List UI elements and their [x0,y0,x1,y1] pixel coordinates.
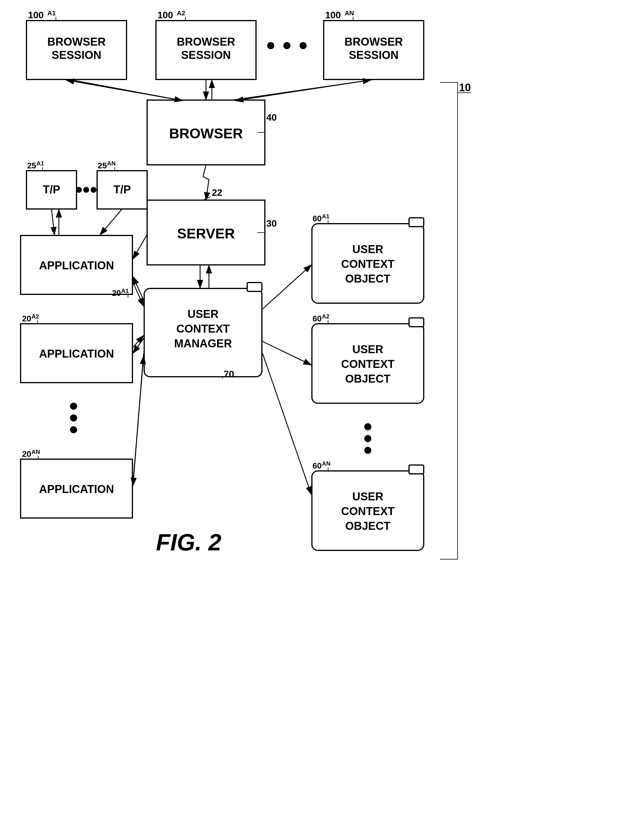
svg-text:BROWSER: BROWSER [177,36,235,48]
svg-text:APPLICATION: APPLICATION [39,259,114,272]
svg-point-50 [91,187,96,193]
svg-text:MANAGER: MANAGER [174,337,232,350]
svg-text:OBJECT: OBJECT [345,520,391,532]
svg-text:USER: USER [352,243,383,256]
svg-line-150 [100,209,122,235]
svg-line-151 [263,265,311,309]
svg-text:AN: AN [107,160,116,167]
svg-text:SESSION: SESSION [349,49,399,61]
svg-text:USER: USER [352,343,383,355]
svg-point-39 [299,42,307,49]
svg-text:FIG. 2: FIG. 2 [156,529,221,556]
svg-point-49 [83,187,89,193]
svg-text:CONTEXT: CONTEXT [176,322,230,335]
svg-text:AN: AN [32,448,40,455]
svg-text:70: 70 [224,369,234,379]
svg-text:20: 20 [112,289,121,298]
svg-text:A2: A2 [177,9,185,17]
svg-text:A2: A2 [322,313,329,320]
svg-text:22: 22 [212,187,222,198]
svg-rect-82 [409,465,424,474]
svg-point-77 [364,447,371,454]
svg-text:AN: AN [345,9,354,17]
svg-text:25: 25 [98,161,107,170]
svg-rect-74 [409,318,424,327]
page-background: BROWSER SESSION BROWSER SESSION BROWSER … [0,0,635,840]
svg-line-143 [133,283,143,306]
svg-text:A1: A1 [36,160,44,167]
svg-line-153 [263,353,311,494]
svg-text:APPLICATION: APPLICATION [39,347,114,360]
svg-line-138 [232,80,371,100]
svg-point-57 [70,426,77,433]
svg-text:100: 100 [28,10,44,20]
svg-text:OBJECT: OBJECT [345,273,391,285]
svg-text:BROWSER: BROWSER [169,126,243,141]
svg-point-38 [284,42,290,49]
svg-text:AN: AN [322,460,331,467]
svg-line-134 [66,80,180,100]
svg-line-142 [133,277,143,300]
svg-text:100: 100 [325,10,341,20]
svg-text:USER: USER [188,308,219,320]
svg-text:20: 20 [22,450,31,459]
svg-text:60: 60 [312,461,321,471]
diagram-svg: BROWSER SESSION BROWSER SESSION BROWSER … [0,0,635,840]
svg-rect-64 [247,283,262,291]
svg-text:40: 40 [266,112,277,123]
svg-text:CONTEXT: CONTEXT [341,505,395,518]
svg-text:T/P: T/P [113,183,131,196]
svg-text:A1: A1 [322,213,329,219]
svg-text:25: 25 [27,161,36,170]
svg-text:SESSION: SESSION [181,49,231,61]
svg-point-75 [364,423,371,430]
svg-text:A2: A2 [32,313,39,320]
svg-point-55 [70,403,77,410]
svg-text:CONTEXT: CONTEXT [341,258,395,270]
svg-text:T/P: T/P [43,183,60,196]
svg-line-152 [263,341,311,365]
svg-rect-69 [409,218,424,227]
svg-line-141 [133,235,147,259]
svg-text:BROWSER: BROWSER [345,36,403,48]
svg-text:SESSION: SESSION [52,49,101,61]
svg-text:BROWSER: BROWSER [47,36,106,48]
svg-text:60: 60 [312,214,321,223]
svg-text:APPLICATION: APPLICATION [39,483,114,495]
svg-text:10: 10 [459,82,471,93]
svg-text:30: 30 [266,218,277,229]
svg-text:100: 100 [158,10,173,20]
svg-text:20: 20 [22,314,31,323]
svg-point-48 [76,187,82,193]
svg-text:CONTEXT: CONTEXT [341,358,395,370]
svg-point-76 [364,435,371,442]
svg-point-56 [70,414,77,422]
svg-text:60: 60 [312,314,321,323]
svg-text:SERVER: SERVER [177,226,235,242]
svg-text:A1: A1 [121,287,129,294]
svg-line-148 [52,209,54,235]
svg-text:OBJECT: OBJECT [345,373,391,385]
svg-point-37 [267,42,274,49]
svg-line-147 [133,356,143,483]
svg-text:A1: A1 [47,9,56,17]
svg-text:USER: USER [352,490,383,503]
